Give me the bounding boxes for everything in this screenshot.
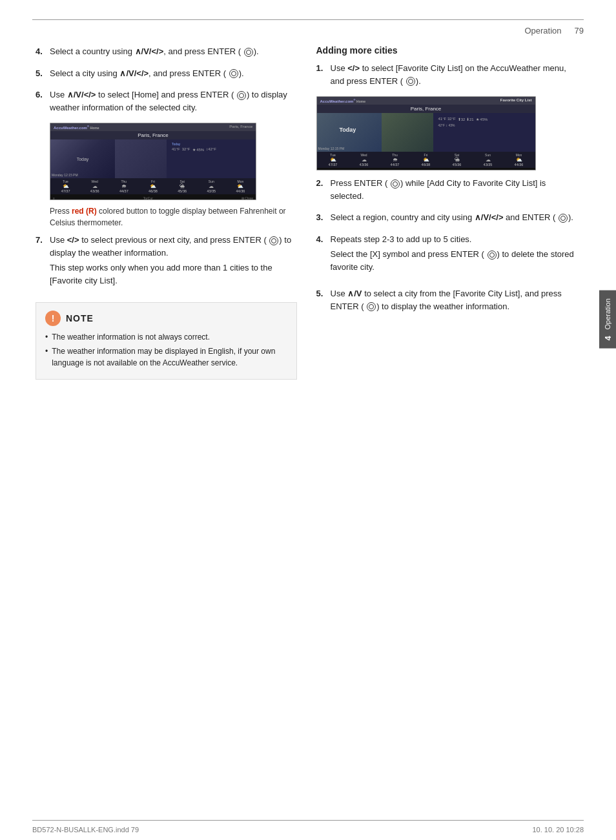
footer-right: 10. 10. 20 10:28 xyxy=(532,826,584,834)
step-5-content: Select a city using ∧/V/</>, and press E… xyxy=(50,67,297,80)
page-header: Operation 79 xyxy=(32,26,584,39)
right-column: Adding more cities 1. Use </> to select … xyxy=(316,45,578,808)
ws-temps-right: 41°F 32°F⬆32 ⬇21★ 45% xyxy=(438,117,530,121)
r-step-5: 5. Use ∧/V to select a city from the [Fa… xyxy=(316,287,578,312)
enter-icon-s7 xyxy=(269,236,278,245)
weather-screenshot-right: AccuWeather.com® Home Favorite City List… xyxy=(316,96,536,170)
section-heading: Adding more cities xyxy=(316,45,578,56)
ws-footer-right: ≡ TorCur ⊠ xyxy=(317,168,535,170)
enter-icon-s5 xyxy=(229,69,238,78)
ws-today-right: 41°F 32°F⬆32 ⬇21★ 45% 42°F ↕ 43% xyxy=(433,113,535,152)
r-step-1-num: 1. xyxy=(316,62,331,87)
ws-footer-left: ≡ TorCur ⊠ Close xyxy=(50,194,256,200)
enter-icon-s4 xyxy=(244,48,253,57)
note-item-1: • The weather information is not always … xyxy=(45,331,287,343)
enter-icon-r2 xyxy=(391,179,400,189)
header-section: Operation xyxy=(524,26,561,36)
ws-main-left: Monday 12:15 PM Today Today 41°F32°F★ 45… xyxy=(50,139,256,178)
step-7: 7. Use </> to select previous or next ci… xyxy=(36,234,297,292)
step-5: 5. Select a city using ∧/V/</>, and pres… xyxy=(36,67,297,80)
page-footer: BD572-N-BUSALLK-ENG.indd 79 10. 10. 20 1… xyxy=(32,826,584,834)
enter-icon-r3 xyxy=(559,214,568,223)
step-4: 4. Select a country using ∧/V/</>, and p… xyxy=(36,45,297,58)
ws-img3: Monday 12:15 PM Today xyxy=(317,113,382,152)
step-6-content: Use ∧/V/</> to select [Home] and press E… xyxy=(50,88,297,114)
ws-bottom-right: Tue⛅47/37 Wed☁43/36 Thu🌧44/37 Fri⛅46/38 … xyxy=(317,152,535,168)
page-border-top xyxy=(32,19,584,20)
r-step-4: 4. Repeats step 2-3 to add up to 5 citie… xyxy=(316,233,578,279)
step-7-content: Use </> to select previous or next city,… xyxy=(50,234,297,292)
ws-city-left: Paris, France xyxy=(50,131,256,139)
note-text-1: The weather information is not always co… xyxy=(52,331,210,343)
note-icon: ! xyxy=(45,311,61,326)
side-tab-number: 4 xyxy=(603,336,613,340)
r-step-3: 3. Select a region, country and city usi… xyxy=(316,211,578,224)
ws-temps-left: 41°F32°F★ 45%↕42°F xyxy=(172,147,251,152)
r-step-2: 2. Press ENTER ( ) while [Add City to Fa… xyxy=(316,177,578,202)
header-page-number: 79 xyxy=(575,26,584,36)
r-step-1: 1. Use </> to select [Favorite City List… xyxy=(316,62,578,87)
ws-today-left: Today 41°F32°F★ 45%↕42°F xyxy=(167,139,256,178)
enter-icon-s6 xyxy=(237,91,246,100)
ws-main-right: Monday 12:15 PM Today 41°F 32°F⬆32 ⬇21★ … xyxy=(317,113,535,152)
enter-icon-r4sub xyxy=(488,251,497,260)
step-6: 6. Use ∧/V/</> to select [Home] and pres… xyxy=(36,88,297,114)
ws-header-right: AccuWeather.com® Home Favorite City List xyxy=(317,97,535,105)
page-border-bottom xyxy=(32,820,584,821)
ws-img2 xyxy=(115,139,167,178)
caption-text: Press red (R) colored button to toggle d… xyxy=(50,205,297,229)
note-title: NOTE xyxy=(66,313,94,323)
footer-left: BD572-N-BUSALLK-ENG.indd 79 xyxy=(32,826,139,834)
ws-header-left: AccuWeather.com® Home Paris, France xyxy=(50,123,256,131)
step-7-num: 7. xyxy=(36,234,50,292)
r-step-5-num: 5. xyxy=(316,287,331,312)
r-step-4-substep: Select the [X] symbol and press ENTER ( … xyxy=(331,248,578,273)
content-area: 4. Select a country using ∧/V/</>, and p… xyxy=(36,45,577,808)
ws-city-right: Paris, France xyxy=(317,105,535,113)
note-text-2: The weather information may be displayed… xyxy=(52,345,287,369)
step-7-substep: This step works only when you add more t… xyxy=(50,261,297,287)
side-tab-label: Operation xyxy=(604,298,611,329)
enter-icon-r1 xyxy=(406,77,415,86)
r-step-3-content: Select a region, country and city using … xyxy=(331,211,578,224)
side-tab: 4 Operation xyxy=(599,291,616,349)
ws-bottom-left: Tue⛅47/37 Wed☁43/36 Thu🌧44/37 Fri⛅46/38 … xyxy=(50,178,256,194)
r-step-1-content: Use </> to select [Favorite City List] o… xyxy=(331,62,578,87)
note-box: ! NOTE • The weather information is not … xyxy=(36,302,297,380)
red-r-label: red (R) xyxy=(72,207,97,216)
r-step-5-content: Use ∧/V to select a city from the [Favor… xyxy=(331,287,578,312)
r-step-4-content: Repeats step 2-3 to add up to 5 cities. … xyxy=(331,233,578,279)
weather-screenshot-left: AccuWeather.com® Home Paris, France Pari… xyxy=(50,123,256,200)
step-5-num: 5. xyxy=(36,67,50,80)
enter-icon-r5 xyxy=(367,302,376,311)
ws-img1: Monday 12:15 PM Today xyxy=(50,139,115,178)
r-step-3-num: 3. xyxy=(316,211,331,224)
step-6-num: 6. xyxy=(36,88,50,114)
left-column: 4. Select a country using ∧/V/</>, and p… xyxy=(36,45,297,808)
r-step-4-num: 4. xyxy=(316,233,331,279)
r-step-2-num: 2. xyxy=(316,177,331,202)
ws-img4 xyxy=(382,113,433,152)
step-4-num: 4. xyxy=(36,45,50,58)
note-header: ! NOTE xyxy=(45,311,287,326)
note-item-2: • The weather information may be display… xyxy=(45,345,287,369)
step-4-content: Select a country using ∧/V/</>, and pres… xyxy=(50,45,297,58)
r-step-2-content: Press ENTER ( ) while [Add City to Favor… xyxy=(331,177,578,202)
